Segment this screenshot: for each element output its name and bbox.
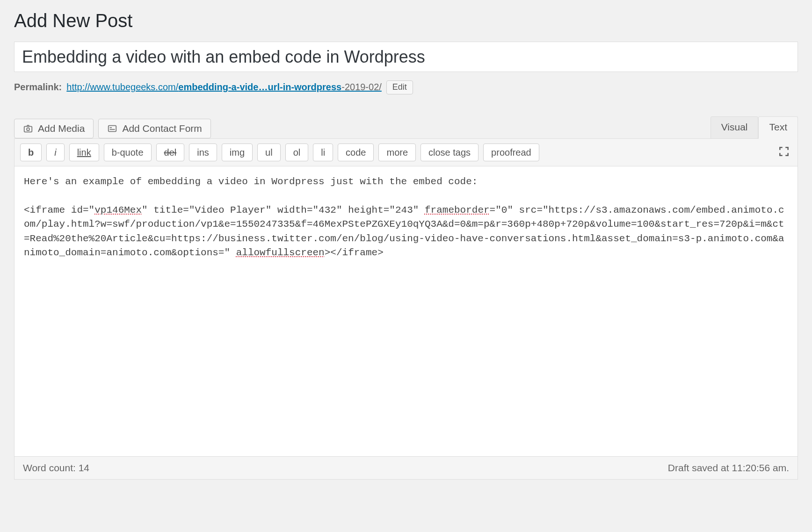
camera-icon (23, 123, 33, 134)
qt-del-label: del (164, 147, 177, 158)
svg-rect-3 (110, 127, 112, 128)
word-count-value: 14 (79, 462, 89, 473)
content-intro: Here's an example of embedding a video i… (24, 176, 478, 187)
post-title-input[interactable] (14, 42, 798, 72)
editor: b i link b-quote del ins img ul ol li co… (14, 138, 798, 480)
add-contact-form-button[interactable]: Add Contact Form (98, 119, 210, 138)
content-seg-d: ></iframe> (325, 247, 384, 258)
svg-rect-4 (110, 129, 115, 130)
qt-bquote-button[interactable]: b-quote (104, 144, 152, 161)
qt-ins-button[interactable]: ins (189, 144, 217, 161)
qt-italic-label: i (54, 147, 56, 158)
editor-status-bar: Word count: 14 Draft saved at 11:20:56 a… (14, 456, 798, 479)
fullscreen-icon (778, 152, 790, 159)
qt-bold-button[interactable]: b (20, 144, 42, 161)
qt-link-label: link (77, 147, 91, 158)
fullscreen-button[interactable] (776, 144, 792, 161)
quicktags-toolbar: b i link b-quote del ins img ul ol li co… (14, 139, 798, 166)
form-icon (107, 123, 117, 134)
permalink-base: http://www.tubegeeks.com/ (66, 82, 178, 92)
svg-rect-2 (109, 125, 116, 131)
page-title: Add New Post (14, 10, 798, 31)
qt-more-button[interactable]: more (378, 144, 416, 161)
qt-italic-button[interactable]: i (46, 144, 64, 161)
add-contact-form-label: Add Contact Form (122, 123, 202, 134)
add-media-button[interactable]: Add Media (14, 119, 94, 138)
qt-closetags-button[interactable]: close tags (420, 144, 478, 161)
qt-del-button[interactable]: del (156, 144, 185, 161)
qt-bold-label: b (28, 147, 34, 158)
content-seg-a: <iframe id=" (24, 205, 94, 216)
permalink-slug: embedding-a-vide…url-in-wordpress (178, 82, 341, 92)
qt-code-button[interactable]: code (338, 144, 374, 161)
content-spell-1: vp146Mex (94, 205, 142, 216)
post-content-textarea[interactable]: Here's an example of embedding a video i… (14, 166, 798, 456)
edit-permalink-button[interactable]: Edit (386, 80, 413, 94)
word-count: Word count: 14 (23, 462, 89, 474)
add-media-label: Add Media (38, 123, 85, 134)
word-count-label: Word count: (23, 462, 79, 473)
tab-text[interactable]: Text (758, 116, 798, 139)
qt-link-button[interactable]: link (69, 144, 99, 161)
qt-li-button[interactable]: li (313, 144, 333, 161)
permalink-suffix: -2019-02/ (341, 82, 382, 92)
permalink-label: Permalink: (14, 82, 62, 93)
tab-visual[interactable]: Visual (710, 116, 759, 139)
content-seg-b: " title="Video Player" width="432" heigh… (142, 205, 425, 216)
svg-point-1 (27, 128, 29, 130)
permalink-link[interactable]: http://www.tubegeeks.com/embedding-a-vid… (66, 82, 382, 93)
qt-ol-button[interactable]: ol (285, 144, 309, 161)
qt-ul-button[interactable]: ul (257, 144, 281, 161)
qt-img-button[interactable]: img (222, 144, 253, 161)
content-spell-3: allowfullscreen (236, 247, 325, 258)
permalink-row: Permalink: http://www.tubegeeks.com/embe… (14, 80, 798, 94)
svg-rect-0 (24, 126, 32, 132)
qt-proofread-button[interactable]: proofread (483, 144, 539, 161)
draft-saved-status: Draft saved at 11:20:56 am. (668, 462, 789, 474)
editor-tabs: Visual Text (710, 116, 798, 138)
content-spell-2: frameborder (425, 205, 490, 216)
